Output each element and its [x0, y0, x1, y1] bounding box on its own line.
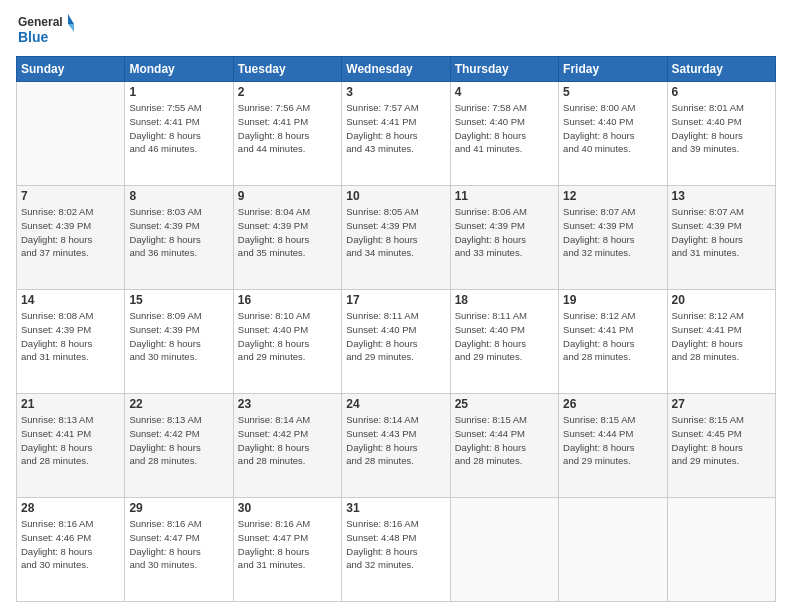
day-number: 18: [455, 293, 554, 307]
day-number: 11: [455, 189, 554, 203]
table-cell: 2Sunrise: 7:56 AMSunset: 4:41 PMDaylight…: [233, 82, 341, 186]
day-number: 17: [346, 293, 445, 307]
day-info: Sunrise: 7:58 AMSunset: 4:40 PMDaylight:…: [455, 101, 554, 156]
day-number: 26: [563, 397, 662, 411]
day-info: Sunrise: 8:08 AMSunset: 4:39 PMDaylight:…: [21, 309, 120, 364]
day-number: 25: [455, 397, 554, 411]
table-cell: 10Sunrise: 8:05 AMSunset: 4:39 PMDayligh…: [342, 186, 450, 290]
day-info: Sunrise: 8:13 AMSunset: 4:42 PMDaylight:…: [129, 413, 228, 468]
calendar-table: SundayMondayTuesdayWednesdayThursdayFrid…: [16, 56, 776, 602]
table-cell: 30Sunrise: 8:16 AMSunset: 4:47 PMDayligh…: [233, 498, 341, 602]
day-number: 20: [672, 293, 771, 307]
day-number: 23: [238, 397, 337, 411]
day-info: Sunrise: 8:16 AMSunset: 4:48 PMDaylight:…: [346, 517, 445, 572]
day-number: 30: [238, 501, 337, 515]
day-info: Sunrise: 8:00 AMSunset: 4:40 PMDaylight:…: [563, 101, 662, 156]
table-cell: 14Sunrise: 8:08 AMSunset: 4:39 PMDayligh…: [17, 290, 125, 394]
day-info: Sunrise: 8:11 AMSunset: 4:40 PMDaylight:…: [455, 309, 554, 364]
week-row-4: 21Sunrise: 8:13 AMSunset: 4:41 PMDayligh…: [17, 394, 776, 498]
page: General Blue SundayMondayTuesdayWednesda…: [0, 0, 792, 612]
table-cell: 7Sunrise: 8:02 AMSunset: 4:39 PMDaylight…: [17, 186, 125, 290]
day-number: 24: [346, 397, 445, 411]
table-cell: 16Sunrise: 8:10 AMSunset: 4:40 PMDayligh…: [233, 290, 341, 394]
day-info: Sunrise: 8:04 AMSunset: 4:39 PMDaylight:…: [238, 205, 337, 260]
header-friday: Friday: [559, 57, 667, 82]
day-number: 28: [21, 501, 120, 515]
table-cell: [667, 498, 775, 602]
day-info: Sunrise: 8:16 AMSunset: 4:46 PMDaylight:…: [21, 517, 120, 572]
table-cell: [559, 498, 667, 602]
header-thursday: Thursday: [450, 57, 558, 82]
table-cell: 24Sunrise: 8:14 AMSunset: 4:43 PMDayligh…: [342, 394, 450, 498]
week-row-5: 28Sunrise: 8:16 AMSunset: 4:46 PMDayligh…: [17, 498, 776, 602]
table-cell: 15Sunrise: 8:09 AMSunset: 4:39 PMDayligh…: [125, 290, 233, 394]
header: General Blue: [16, 10, 776, 50]
table-cell: 20Sunrise: 8:12 AMSunset: 4:41 PMDayligh…: [667, 290, 775, 394]
table-cell: 28Sunrise: 8:16 AMSunset: 4:46 PMDayligh…: [17, 498, 125, 602]
day-info: Sunrise: 8:16 AMSunset: 4:47 PMDaylight:…: [238, 517, 337, 572]
table-cell: 25Sunrise: 8:15 AMSunset: 4:44 PMDayligh…: [450, 394, 558, 498]
table-cell: 22Sunrise: 8:13 AMSunset: 4:42 PMDayligh…: [125, 394, 233, 498]
header-saturday: Saturday: [667, 57, 775, 82]
day-info: Sunrise: 8:12 AMSunset: 4:41 PMDaylight:…: [672, 309, 771, 364]
day-info: Sunrise: 7:56 AMSunset: 4:41 PMDaylight:…: [238, 101, 337, 156]
table-cell: 26Sunrise: 8:15 AMSunset: 4:44 PMDayligh…: [559, 394, 667, 498]
header-wednesday: Wednesday: [342, 57, 450, 82]
table-cell: 11Sunrise: 8:06 AMSunset: 4:39 PMDayligh…: [450, 186, 558, 290]
table-cell: 23Sunrise: 8:14 AMSunset: 4:42 PMDayligh…: [233, 394, 341, 498]
day-info: Sunrise: 8:10 AMSunset: 4:40 PMDaylight:…: [238, 309, 337, 364]
table-cell: 13Sunrise: 8:07 AMSunset: 4:39 PMDayligh…: [667, 186, 775, 290]
week-row-2: 7Sunrise: 8:02 AMSunset: 4:39 PMDaylight…: [17, 186, 776, 290]
day-number: 2: [238, 85, 337, 99]
table-cell: 18Sunrise: 8:11 AMSunset: 4:40 PMDayligh…: [450, 290, 558, 394]
day-info: Sunrise: 8:02 AMSunset: 4:39 PMDaylight:…: [21, 205, 120, 260]
day-number: 13: [672, 189, 771, 203]
table-cell: 8Sunrise: 8:03 AMSunset: 4:39 PMDaylight…: [125, 186, 233, 290]
day-number: 6: [672, 85, 771, 99]
table-cell: 21Sunrise: 8:13 AMSunset: 4:41 PMDayligh…: [17, 394, 125, 498]
day-number: 29: [129, 501, 228, 515]
logo: General Blue: [16, 10, 74, 50]
day-info: Sunrise: 7:57 AMSunset: 4:41 PMDaylight:…: [346, 101, 445, 156]
day-info: Sunrise: 8:16 AMSunset: 4:47 PMDaylight:…: [129, 517, 228, 572]
week-row-3: 14Sunrise: 8:08 AMSunset: 4:39 PMDayligh…: [17, 290, 776, 394]
table-cell: 5Sunrise: 8:00 AMSunset: 4:40 PMDaylight…: [559, 82, 667, 186]
day-info: Sunrise: 8:06 AMSunset: 4:39 PMDaylight:…: [455, 205, 554, 260]
svg-text:General: General: [18, 15, 63, 29]
day-info: Sunrise: 8:11 AMSunset: 4:40 PMDaylight:…: [346, 309, 445, 364]
table-cell: 19Sunrise: 8:12 AMSunset: 4:41 PMDayligh…: [559, 290, 667, 394]
day-number: 31: [346, 501, 445, 515]
day-info: Sunrise: 8:01 AMSunset: 4:40 PMDaylight:…: [672, 101, 771, 156]
day-number: 22: [129, 397, 228, 411]
day-number: 15: [129, 293, 228, 307]
day-info: Sunrise: 8:05 AMSunset: 4:39 PMDaylight:…: [346, 205, 445, 260]
day-number: 4: [455, 85, 554, 99]
day-info: Sunrise: 8:15 AMSunset: 4:44 PMDaylight:…: [563, 413, 662, 468]
day-info: Sunrise: 8:15 AMSunset: 4:45 PMDaylight:…: [672, 413, 771, 468]
day-number: 12: [563, 189, 662, 203]
header-tuesday: Tuesday: [233, 57, 341, 82]
day-number: 19: [563, 293, 662, 307]
table-cell: 12Sunrise: 8:07 AMSunset: 4:39 PMDayligh…: [559, 186, 667, 290]
day-number: 10: [346, 189, 445, 203]
day-info: Sunrise: 8:03 AMSunset: 4:39 PMDaylight:…: [129, 205, 228, 260]
table-cell: 3Sunrise: 7:57 AMSunset: 4:41 PMDaylight…: [342, 82, 450, 186]
day-number: 7: [21, 189, 120, 203]
table-cell: 4Sunrise: 7:58 AMSunset: 4:40 PMDaylight…: [450, 82, 558, 186]
table-cell: 31Sunrise: 8:16 AMSunset: 4:48 PMDayligh…: [342, 498, 450, 602]
day-number: 27: [672, 397, 771, 411]
day-number: 1: [129, 85, 228, 99]
table-cell: 6Sunrise: 8:01 AMSunset: 4:40 PMDaylight…: [667, 82, 775, 186]
table-cell: 1Sunrise: 7:55 AMSunset: 4:41 PMDaylight…: [125, 82, 233, 186]
day-info: Sunrise: 8:13 AMSunset: 4:41 PMDaylight:…: [21, 413, 120, 468]
day-info: Sunrise: 8:14 AMSunset: 4:42 PMDaylight:…: [238, 413, 337, 468]
day-number: 21: [21, 397, 120, 411]
day-info: Sunrise: 8:07 AMSunset: 4:39 PMDaylight:…: [672, 205, 771, 260]
day-number: 16: [238, 293, 337, 307]
logo-svg: General Blue: [16, 10, 74, 50]
header-sunday: Sunday: [17, 57, 125, 82]
day-number: 14: [21, 293, 120, 307]
day-number: 3: [346, 85, 445, 99]
calendar-header-row: SundayMondayTuesdayWednesdayThursdayFrid…: [17, 57, 776, 82]
day-info: Sunrise: 8:07 AMSunset: 4:39 PMDaylight:…: [563, 205, 662, 260]
